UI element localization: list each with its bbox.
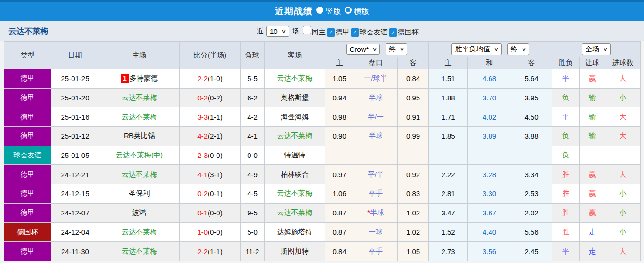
filter-label[interactable]: 球会友谊	[360, 28, 388, 36]
away-team-cell: 特温特	[265, 146, 325, 165]
odds-away-cell: 0.84	[398, 69, 429, 89]
score-cell: 0-1(0-0)	[180, 203, 241, 222]
odds-final-select-2[interactable]: 终 ∨	[507, 43, 529, 55]
col-header-goals: 进球数	[605, 57, 641, 69]
league-type-cell: 德甲	[4, 165, 51, 184]
avg-home-cell: 1.85	[429, 127, 468, 146]
league-type-cell: 德甲	[4, 69, 51, 89]
radio-label[interactable]: 竖版	[326, 7, 341, 15]
chevron-down-icon: ∨	[372, 47, 377, 52]
odds-away-cell: 1.02	[398, 222, 429, 242]
handicap-result-cell: 赢	[580, 165, 605, 184]
table-row: 德甲24-12-21云达不莱梅4-1(3-1)4-9柏林联合0.97平/半0.9…	[4, 165, 641, 184]
table-row: 德甲24-11-30云达不莱梅2-2(1-1)11-2斯图加特0.84平手1.0…	[4, 242, 641, 261]
odds-home-cell: 0.94	[325, 88, 354, 107]
score-cell: 0-2(0-2)	[180, 88, 241, 107]
avg-away-cell: 5.64	[511, 69, 552, 89]
corners-cell: 4-2	[241, 107, 265, 127]
match-count-select[interactable]: 10 ∨	[266, 26, 289, 37]
result-cell: 胜	[552, 222, 580, 242]
date-cell: 25-01-05	[51, 146, 99, 165]
avg-away-cell: 2.02	[511, 203, 552, 222]
result-cell: 胜	[552, 184, 580, 204]
col-header-type: 类型	[4, 42, 51, 69]
handicap-cell: 一/球半	[354, 69, 398, 89]
odds-home-cell	[325, 146, 354, 165]
odds-away-cell: 1.02	[398, 203, 429, 222]
avg-home-cell: 1.52	[429, 222, 468, 242]
col-header-home: 主场	[99, 42, 180, 69]
radio-label[interactable]: 横版	[354, 7, 369, 15]
filter-label[interactable]: 德甲	[336, 28, 350, 36]
col-header-handicap: 盘口	[354, 57, 398, 69]
odds-away-cell: 1.05	[398, 242, 429, 261]
away-team-cell: 云达不莱梅	[265, 69, 325, 89]
checkbox-checked-icon[interactable]: ✓	[351, 28, 359, 37]
handicap-cell: 平/半	[354, 165, 398, 184]
handicap-cell: 半球	[354, 127, 398, 146]
checkbox-unchecked-icon[interactable]	[303, 26, 311, 34]
chevron-down-icon: ∨	[494, 47, 499, 52]
avg-away-cell	[511, 146, 552, 165]
table-row: 德甲24-12-07波鸿0-1(0-0)9-5云达不莱梅0.87*半球1.023…	[4, 203, 641, 222]
handicap-result-cell: 赢	[580, 184, 605, 204]
league-type-cell: 球会友谊	[4, 146, 51, 165]
checkbox-checked-icon[interactable]: ✓	[327, 28, 335, 37]
score-cell: 1-0(0-0)	[180, 222, 241, 242]
odds-group-header: Crow* ∨ 终 ∨	[325, 42, 429, 57]
handicap-cell: 平手	[354, 184, 398, 204]
corners-cell: 5-5	[241, 69, 265, 89]
table-row: 德国杯24-12-04云达不莱梅1-0(0-0)5-0达姆施塔特0.87一球1.…	[4, 222, 641, 242]
avg-group-header: 胜平负均值 ∨ 终 ∨	[429, 42, 552, 57]
handicap-result-cell: 输	[580, 88, 605, 107]
filter-checkbox-group: 同主✓德甲✓球会友谊✓德国杯	[299, 26, 419, 37]
date-cell: 24-12-21	[51, 165, 99, 184]
result-cell: 胜	[552, 203, 580, 222]
handicap-cell	[354, 146, 398, 165]
goals-cell: 大	[605, 107, 641, 127]
away-team-cell: 达姆施塔特	[265, 222, 325, 242]
odds-company-select[interactable]: Crow* ∨	[346, 44, 380, 55]
chevron-down-icon: ∨	[281, 29, 286, 34]
filter-label[interactable]: 德国杯	[398, 28, 419, 36]
handicap-result-cell: 输	[580, 127, 605, 146]
goals-cell: 大	[605, 69, 641, 89]
home-team-cell: RB莱比锡	[99, 127, 180, 146]
handicap-cell: 一球	[354, 222, 398, 242]
avg-home-cell: 1.88	[429, 88, 468, 107]
odds-home-cell: 0.90	[325, 127, 354, 146]
scope-select[interactable]: 全场 ∨	[582, 43, 611, 55]
home-team-cell: 云达不莱梅	[99, 242, 180, 261]
checkbox-checked-icon[interactable]: ✓	[389, 28, 397, 37]
radio-checked-icon[interactable]	[345, 7, 352, 14]
filter-label[interactable]: 同主	[312, 28, 326, 36]
result-cell: 平	[552, 69, 580, 89]
away-team-cell: 云达不莱梅	[265, 203, 325, 222]
handicap-cell: 半球	[354, 88, 398, 107]
home-team-cell: 云达不莱梅	[99, 165, 180, 184]
home-team-cell: 云达不莱梅	[99, 107, 180, 127]
avg-type-select[interactable]: 胜平负均值 ∨	[451, 43, 501, 55]
subheader: 云达不莱梅 近 10 ∨ 场 同主✓德甲✓球会友谊✓德国杯	[0, 21, 644, 41]
corners-cell: 6-2	[241, 88, 265, 107]
team-name: 云达不莱梅	[8, 26, 48, 37]
odds-away-cell: 0.91	[398, 107, 429, 127]
radio-unchecked-icon[interactable]	[316, 7, 323, 14]
odds-home-cell: 0.97	[325, 165, 354, 184]
handicap-result-cell: 走	[580, 222, 605, 242]
goals-cell	[605, 146, 641, 165]
avg-draw-cell: 3.28	[468, 165, 511, 184]
odds-final-select-1[interactable]: 终 ∨	[386, 43, 407, 55]
avg-away-cell: 5.56	[511, 222, 552, 242]
date-cell: 25-01-20	[51, 88, 99, 107]
corners-cell: 4-1	[241, 127, 265, 146]
avg-home-cell: 3.47	[429, 203, 468, 222]
home-team-cell: 云达不莱梅(中)	[99, 146, 180, 165]
col-header-odds-home: 主	[325, 57, 354, 69]
table-row: 德甲25-01-16云达不莱梅3-3(1-1)4-2海登海姆0.98半/一0.9…	[4, 107, 641, 127]
date-cell: 25-01-12	[51, 127, 99, 146]
goals-cell: 大	[605, 165, 641, 184]
date-cell: 24-12-04	[51, 222, 99, 242]
odds-home-cell: 1.05	[325, 69, 354, 89]
score-cell: 2-2(1-1)	[180, 242, 241, 261]
